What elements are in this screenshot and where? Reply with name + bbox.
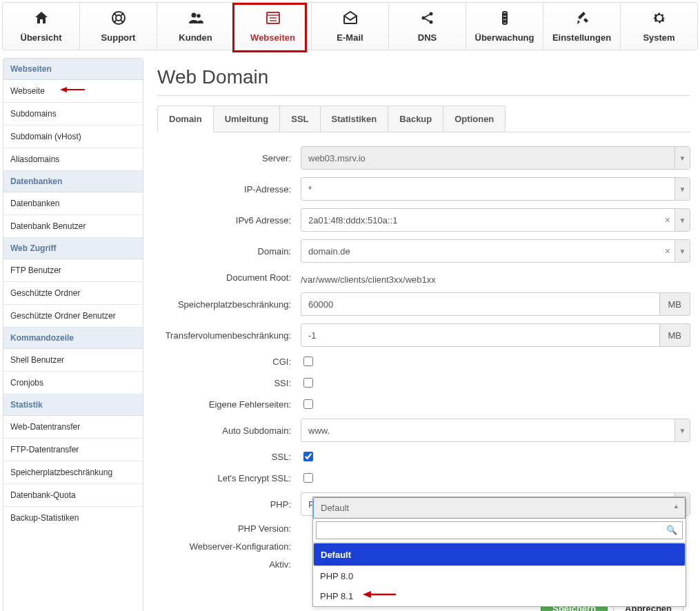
home-icon <box>3 10 79 30</box>
nav-websites[interactable]: Webseiten <box>234 3 312 50</box>
chevron-down-icon: ▼ <box>674 419 690 441</box>
side-head-webaccess: Web Zugriff <box>3 238 143 259</box>
label-webconf: Webserver-Konfiguration: <box>157 541 301 552</box>
errorpages-checkbox[interactable] <box>303 399 313 409</box>
svg-point-2 <box>191 13 196 18</box>
side-item-protected-folders[interactable]: Geschützte Ordner <box>3 282 143 305</box>
tab-ssl[interactable]: SSL <box>279 106 320 132</box>
side-item-aliasdomains[interactable]: Aliasdomains <box>3 148 143 171</box>
nav-monitoring[interactable]: Überwachung <box>466 3 543 50</box>
side-item-db-users[interactable]: Datenbank Benutzer <box>3 215 143 238</box>
nav-label: Übersicht <box>3 32 79 43</box>
dropdown-search-input[interactable] <box>316 521 683 539</box>
lifebuoy-icon <box>80 10 157 30</box>
side-head-websites: Webseiten <box>3 59 143 80</box>
side-item-ftp-users[interactable]: FTP Benutzer <box>3 259 143 282</box>
side-item-subdomains[interactable]: Subdomains <box>3 103 143 126</box>
svg-point-1 <box>116 15 121 21</box>
chevron-down-icon: ▼ <box>674 240 690 262</box>
phpversion-current[interactable]: Default <box>313 497 686 519</box>
label-traffic: Transfervolumenbeschränkung: <box>157 330 301 341</box>
trafficlight-icon <box>466 10 543 30</box>
side-item-protected-folder-users[interactable]: Geschützte Ordner Benutzer <box>3 305 143 328</box>
side-item-db-quota[interactable]: Datenbank-Quota <box>3 484 143 507</box>
nav-label: E-Mail <box>312 32 388 43</box>
svg-point-3 <box>197 14 201 18</box>
ssl-checkbox[interactable] <box>303 452 313 461</box>
ssi-checkbox[interactable] <box>303 378 313 388</box>
side-item-cronjobs[interactable]: Cronjobs <box>3 372 143 394</box>
tools-icon <box>543 10 620 30</box>
search-icon: 🔍 <box>666 525 677 535</box>
cgi-checkbox[interactable] <box>303 357 313 366</box>
side-item-shell-users[interactable]: Shell Benutzer <box>3 349 143 372</box>
docroot-value: /var/www/clients/client3xx/web1xx <box>301 270 690 285</box>
dropdown-option-label: PHP 8.1 <box>320 591 353 601</box>
tab-backup[interactable]: Backup <box>388 106 443 132</box>
chevron-down-icon: ▼ <box>674 209 690 231</box>
ip-select[interactable]: * ▼ <box>301 177 690 201</box>
chevron-down-icon: ▼ <box>674 178 690 200</box>
side-item-website[interactable]: Webseite <box>3 80 143 103</box>
ip-value: * <box>308 184 312 194</box>
nav-dns[interactable]: DNS <box>389 3 466 50</box>
label-autosub: Auto Subdomain: <box>157 425 301 436</box>
tab-stats[interactable]: Statistiken <box>320 106 389 132</box>
red-arrow-annotation <box>361 589 397 600</box>
ipv6-select[interactable]: 2a01:4f8:dddx:510a::1 × ▼ <box>301 208 690 232</box>
top-nav: Übersicht Support Kunden Webseiten E-Mai… <box>2 2 698 50</box>
label-docroot: Document Root: <box>157 272 301 283</box>
tab-redirect[interactable]: Umleitung <box>213 106 281 132</box>
quota-input[interactable] <box>301 292 660 316</box>
tab-bar: Domain Umleitung SSL Statistiken Backup … <box>157 106 690 132</box>
clear-icon[interactable]: × <box>665 214 670 226</box>
page-title: Web Domain <box>157 66 690 88</box>
side-item-databases[interactable]: Datenbanken <box>3 192 143 215</box>
clear-icon[interactable]: × <box>665 246 670 257</box>
label-ssi: SSI: <box>157 378 301 388</box>
domain-value: domain.de <box>308 246 350 257</box>
phpversion-dropdown: Default 🔍 Default PHP 8.0 PHP 8.1 <box>312 497 686 607</box>
side-item-subdomain-vhost[interactable]: Subdomain (vHost) <box>3 126 143 148</box>
side-item-web-traffic[interactable]: Web-Datentransfer <box>3 416 143 439</box>
label-phpversion: PHP Version: <box>157 523 301 534</box>
label-quota: Speicherplatzbeschränkung: <box>157 299 301 310</box>
nav-settings[interactable]: Einstellungen <box>543 3 621 50</box>
tab-options[interactable]: Optionen <box>443 106 506 132</box>
dropdown-search: 🔍 <box>313 519 686 543</box>
tab-domain[interactable]: Domain <box>157 106 214 132</box>
quota-unit: MB <box>660 292 691 316</box>
label-letsencrypt: Let's Encrypt SSL: <box>157 473 301 483</box>
side-item-backup-stats[interactable]: Backup-Statistiken <box>3 507 143 529</box>
autosubdomain-select[interactable]: www. ▼ <box>301 419 690 442</box>
label-errpages: Eigene Fehlerseiten: <box>157 399 301 410</box>
nav-customers[interactable]: Kunden <box>157 3 234 50</box>
nav-system[interactable]: System <box>621 3 697 50</box>
nav-overview[interactable]: Übersicht <box>3 3 80 50</box>
label-ssl: SSL: <box>157 452 301 462</box>
server-select[interactable]: web03.msrv.io ▼ <box>301 146 690 170</box>
autosubdomain-value: www. <box>308 425 330 436</box>
nav-email[interactable]: E-Mail <box>312 3 389 50</box>
side-head-databases: Datenbanken <box>3 171 143 192</box>
side-head-cli: Kommandozeile <box>3 328 143 349</box>
dropdown-option-php80[interactable]: PHP 8.0 <box>313 566 686 586</box>
svg-point-9 <box>503 14 506 16</box>
nav-support[interactable]: Support <box>80 3 157 50</box>
side-head-stats: Statistik <box>3 394 143 416</box>
nav-label: DNS <box>389 32 466 43</box>
label-ipv6: IPv6 Adresse: <box>157 215 301 226</box>
domain-select[interactable]: domain.de × ▼ <box>301 239 690 263</box>
divider <box>157 95 690 96</box>
nav-label: Kunden <box>157 32 234 43</box>
dropdown-option-php81[interactable]: PHP 8.1 <box>313 586 686 606</box>
letsencrypt-checkbox[interactable] <box>303 473 313 483</box>
side-item-ftp-traffic[interactable]: FTP-Datentransfer <box>3 439 143 461</box>
users-icon <box>157 10 234 30</box>
label-php: PHP: <box>157 499 301 510</box>
nav-label: Webseiten <box>234 32 311 43</box>
traffic-input[interactable] <box>301 323 660 347</box>
dropdown-option-default[interactable]: Default <box>313 543 686 566</box>
nav-label: System <box>621 32 697 43</box>
side-item-disk-quota[interactable]: Speicherplatzbeschränkung <box>3 461 143 484</box>
